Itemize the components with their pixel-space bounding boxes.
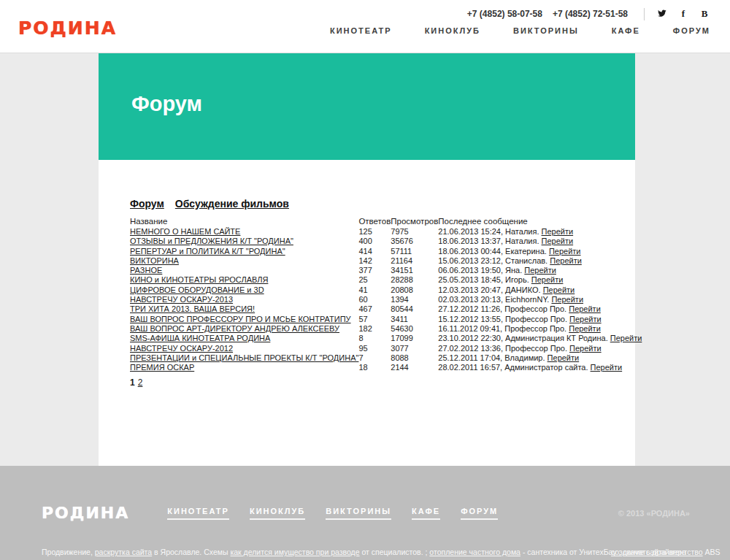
views-count: 21164 — [391, 256, 438, 266]
topic-link[interactable]: ВИКТОРИНА — [130, 256, 179, 265]
topic-link[interactable]: РЕПЕРТУАР и ПОЛИТИКА К/Т "РОДИНА" — [130, 247, 285, 256]
topic-link[interactable]: НАВСТРЕЧУ ОСКАРУ-2013 — [130, 295, 233, 304]
facebook-icon[interactable]: f — [677, 8, 689, 20]
last-message-text: 25.12.2011 17:04, Владимир. — [438, 353, 547, 362]
seo-link[interactable]: как делится имущество при разводе — [230, 548, 359, 556]
site-logo[interactable]: РОДИНА — [18, 18, 117, 39]
topic-cell: ПРЕМИЯ ОСКАР — [130, 363, 358, 372]
go-to-link[interactable]: Перейти — [551, 295, 583, 304]
column-header-views: Просмотров — [391, 217, 438, 227]
nav-item-viktoriny[interactable]: ВИКТОРИНЫ — [513, 26, 579, 35]
phone-number-2: +7 (4852) 72-51-58 — [553, 9, 628, 19]
go-to-link[interactable]: Перейти — [548, 353, 580, 362]
pagination: 12 — [130, 377, 613, 388]
tab-forum[interactable]: Форум — [130, 198, 164, 210]
topic-link[interactable]: ОТЗЫВЫ и ПРЕДЛОЖЕНИЯ К/Т "РОДИНА" — [130, 237, 293, 245]
last-message-cell: 02.03.2013 20:13, EichhornNY. Перейти — [438, 295, 642, 304]
divider — [644, 8, 645, 20]
go-to-link[interactable]: Перейти — [569, 315, 602, 323]
go-to-link[interactable]: Перейти — [550, 256, 582, 265]
topic-link[interactable]: РАЗНОЕ — [130, 266, 162, 275]
tab-film-discussion[interactable]: Обсуждение фильмов — [175, 198, 289, 210]
seo-text: в Ярославле. Схемы — [152, 548, 230, 556]
answers-count: 8 — [358, 334, 391, 343]
table-row: ТРИ ХИТА 2013. ВАША ВЕРСИЯ!4678054427.12… — [130, 304, 642, 314]
views-count: 34151 — [391, 266, 438, 275]
last-message-cell: 15.12.2012 13:55, Профессор Про. Перейти — [438, 315, 642, 324]
topic-cell: ПРЕЗЕНТАЦИИ и СПЕЦИАЛЬНЫЕ ПРОЕКТЫ К/Т "Р… — [130, 353, 358, 363]
last-message-cell: 21.06.2013 15:24, Наталия. Перейти — [438, 227, 642, 237]
last-message-text: 18.06.2013 00:44, Екатерина. — [438, 247, 549, 256]
go-to-link[interactable]: Перейти — [524, 266, 556, 275]
table-row: ВАШ ВОПРОС АРТ-ДИРЕКТОРУ АНДРЕЮ АЛЕКСЕЕВ… — [130, 324, 642, 334]
topic-cell: НАВСТРЕЧУ ОСКАРУ-2013 — [130, 295, 358, 304]
answers-count: 142 — [358, 256, 391, 266]
topic-link[interactable]: ВАШ ВОПРОС ПРОФЕССОРУ ПРО И МСЬЕ КОНТРАТ… — [130, 315, 351, 323]
go-to-link[interactable]: Перейти — [569, 344, 602, 353]
topic-link[interactable]: ТРИ ХИТА 2013. ВАША ВЕРСИЯ! — [130, 304, 255, 313]
seo-link[interactable]: отопление частного дома — [429, 548, 520, 556]
views-count: 28288 — [391, 275, 438, 285]
phone-number-1: +7 (4852) 58-07-58 — [467, 9, 542, 19]
last-message-cell: 18.06.2013 13:37, Наталия. Перейти — [438, 237, 642, 246]
nav-item-forum[interactable]: ФОРУМ — [673, 26, 710, 35]
topic-cell: SMS-АФИША КИНОТЕАТРА РОДИНА — [130, 334, 358, 343]
topic-link[interactable]: НАВСТРЕЧУ ОСКАРУ-2012 — [130, 344, 233, 353]
twitter-icon[interactable] — [656, 7, 668, 20]
go-to-link[interactable]: Перейти — [591, 363, 623, 372]
topic-link[interactable]: НЕМНОГО О НАШЕМ САЙТЕ — [130, 227, 240, 236]
last-message-text: 23.10.2012 22:30, Администрация КТ Родин… — [438, 334, 610, 342]
views-count: 80544 — [391, 304, 438, 314]
topic-link[interactable]: ЦИФРОВОЕ ОБОРУДОВАНИЕ и 3D — [130, 285, 264, 294]
last-message-cell: 27.12.2012 11:26, Профессор Про. Перейти — [438, 304, 642, 314]
last-message-cell: 06.06.2013 19:50, Яна. Перейти — [438, 266, 642, 275]
last-message-cell: 15.06.2013 23:12, Станислав. Перейти — [438, 256, 642, 266]
last-message-cell: 18.06.2013 00:44, Екатерина. Перейти — [438, 247, 642, 256]
table-row: КИНО и КИНОТЕАТРЫ ЯРОСЛАВЛЯ252828825.05.… — [130, 275, 642, 285]
go-to-link[interactable]: Перейти — [549, 247, 581, 256]
nav-item-kinoteatr[interactable]: КИНОТЕАТР — [330, 26, 392, 35]
answers-count: 400 — [358, 237, 391, 246]
nav-item-kinoteatr[interactable]: КИНОТЕАТР — [167, 507, 229, 520]
footer-row: РОДИНА КИНОТЕАТРКИНОКЛУБВИКТОРИНЫКАФЕФОР… — [0, 466, 730, 522]
go-to-link[interactable]: Перейти — [569, 324, 601, 333]
nav-item-forum[interactable]: ФОРУМ — [461, 507, 498, 520]
topic-link[interactable]: ВАШ ВОПРОС АРТ-ДИРЕКТОРУ АНДРЕЮ АЛЕКСЕЕВ… — [130, 324, 339, 333]
seo-link[interactable]: создание сайта агентство — [611, 548, 703, 556]
vk-icon[interactable]: B — [699, 8, 710, 20]
social-links: f B — [656, 7, 710, 20]
answers-count: 414 — [358, 247, 391, 256]
go-to-link[interactable]: Перейти — [542, 237, 574, 245]
go-to-link[interactable]: Перейти — [531, 275, 564, 284]
page: РОДИНА +7 (4852) 58-07-58 +7 (4852) 72-5… — [0, 0, 730, 560]
footer-logo: РОДИНА — [42, 504, 129, 522]
nav-item-kinoklub[interactable]: КИНОКЛУБ — [250, 507, 305, 520]
go-to-link[interactable]: Перейти — [543, 285, 575, 294]
go-to-link[interactable]: Перейти — [610, 334, 642, 342]
topic-link[interactable]: SMS-АФИША КИНОТЕАТРА РОДИНА — [130, 334, 270, 342]
topic-link[interactable]: КИНО и КИНОТЕАТРЫ ЯРОСЛАВЛЯ — [130, 275, 268, 284]
topic-cell: ОТЗЫВЫ и ПРЕДЛОЖЕНИЯ К/Т "РОДИНА" — [130, 237, 358, 246]
answers-count: 377 — [358, 266, 391, 275]
seo-link[interactable]: раскрутка сайта — [95, 548, 152, 556]
forum-tabs: Форум Обсуждение фильмов — [130, 198, 613, 210]
topic-cell: РАЗНОЕ — [130, 266, 358, 275]
views-count: 3077 — [391, 344, 438, 353]
views-count: 57111 — [391, 247, 438, 256]
nav-item-kinoklub[interactable]: КИНОКЛУБ — [425, 26, 480, 35]
go-to-link[interactable]: Перейти — [542, 227, 574, 236]
nav-item-viktoriny[interactable]: ВИКТОРИНЫ — [326, 507, 391, 520]
copyright-text: © 2013 «РОДИНА» — [618, 509, 690, 518]
views-count: 1394 — [391, 295, 438, 304]
topic-link[interactable]: ПРЕМИЯ ОСКАР — [130, 363, 194, 372]
nav-item-kafe[interactable]: КАФЕ — [612, 26, 640, 35]
page-number-link[interactable]: 2 — [138, 377, 143, 388]
go-to-link[interactable]: Перейти — [569, 304, 601, 313]
nav-item-kafe[interactable]: КАФЕ — [412, 507, 440, 520]
views-count: 54630 — [391, 324, 438, 334]
table-row: ВАШ ВОПРОС ПРОФЕССОРУ ПРО И МСЬЕ КОНТРАТ… — [130, 315, 642, 324]
views-count: 20808 — [391, 285, 438, 295]
views-count: 17099 — [391, 334, 438, 343]
seo-text: Продвижение, — [42, 548, 95, 556]
topic-link[interactable]: ПРЕЗЕНТАЦИИ и СПЕЦИАЛЬНЫЕ ПРОЕКТЫ К/Т "Р… — [130, 353, 358, 362]
